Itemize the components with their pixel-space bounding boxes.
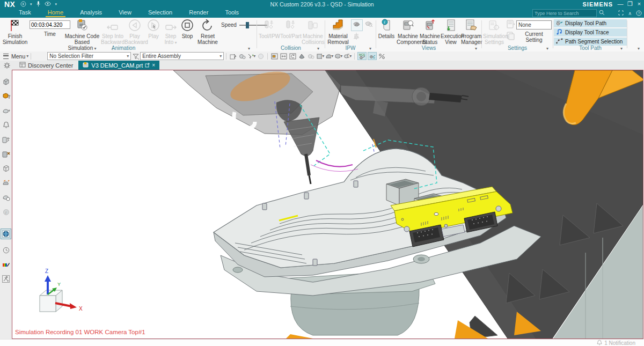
play-backward-button[interactable]: Play Backward [125, 19, 145, 45]
menu-analysis[interactable]: Analysis [72, 9, 109, 17]
filter-options-icon[interactable] [131, 53, 140, 60]
tab-part-active[interactable]: V3 DEMO_CAM.prt × [78, 61, 159, 70]
settings-copy-button[interactable] [507, 32, 515, 41]
selection-scope-combo[interactable]: Entire Assembly▾ [140, 52, 224, 60]
search-input[interactable] [533, 11, 599, 16]
info-icon[interactable]: i [2, 208, 10, 216]
alerts-bell-icon[interactable] [2, 121, 10, 129]
select-sphere-icon[interactable] [238, 53, 246, 60]
ipw-part-icon [353, 32, 360, 42]
machine-collisions-button[interactable]: Machine Collisions [302, 19, 324, 45]
visual-report-icon[interactable] [2, 193, 10, 202]
stop-button[interactable]: Stop [179, 19, 195, 39]
svg-text:?: ? [638, 11, 640, 15]
customize-tools-icon[interactable] [2, 275, 10, 283]
ipw-magnifier-icon [364, 20, 373, 29]
menu-tools[interactable]: Tools [217, 9, 246, 17]
ipw-compare-button[interactable] [363, 19, 374, 30]
material-removal-button[interactable]: Material Removal [326, 19, 350, 45]
program-manager-button[interactable]: Program Manager [461, 19, 481, 45]
menu-render[interactable]: Render [181, 9, 216, 17]
collision-group-caret[interactable]: ▾ [317, 46, 319, 51]
machine-components-button[interactable]: Machine Components [397, 19, 419, 45]
display-tool-path-toggle[interactable]: Display Tool Path [554, 19, 627, 27]
snap-point-icon[interactable] [229, 53, 237, 60]
menu-home[interactable]: Home [40, 9, 71, 17]
color-palette-icon[interactable] [2, 260, 10, 269]
path-segment-selection-toggle[interactable]: Path Segment Selection [554, 38, 627, 46]
reset-machine-button[interactable]: Reset Machine [195, 19, 220, 45]
ribbon-overflow-caret[interactable]: ▾ [638, 46, 640, 51]
step-into-button[interactable]: Step Into ▾ [162, 19, 179, 46]
details-button[interactable]: i Details [377, 19, 396, 39]
window-cascade-icon[interactable] [270, 53, 279, 60]
speed-slider-handle[interactable] [246, 22, 249, 28]
selection-filter-combo[interactable]: No Selection Filter▾ [47, 52, 131, 60]
menu-caret[interactable]: ▾ [26, 54, 28, 58]
menu-hamburger-icon[interactable] [3, 54, 9, 59]
checkered-flag-icon [10, 20, 20, 33]
view-orient-icon[interactable]: ▾ [316, 53, 324, 60]
menu-task[interactable]: Task [11, 9, 39, 17]
wireframe-view-icon[interactable] [307, 53, 315, 60]
simulation-settings-button[interactable]: Simulation Settings [483, 19, 506, 45]
notification-area[interactable]: 1 Notification [597, 340, 635, 346]
machine-status-button[interactable]: Machine Status [420, 19, 440, 45]
show-ipw-button[interactable] [351, 19, 363, 31]
point-dropdown-icon[interactable]: ▾ [247, 53, 255, 60]
show-hide-icon[interactable]: ▾ [343, 53, 352, 60]
3d-viewport[interactable]: Z X Y Simulation Recording 01 WORK Camer… [12, 70, 643, 339]
fit-view-icon[interactable] [280, 53, 288, 60]
views-group-caret[interactable]: ▾ [475, 46, 477, 51]
settings-list-button[interactable] [507, 20, 515, 30]
title-bar: NX ▾ ▾ NX Custom 2206 v3.3 - QSD - Simul… [0, 0, 644, 18]
minimize-ribbon-icon[interactable]: ∧ [628, 11, 632, 16]
restore-button[interactable]: ❐ [626, 0, 634, 8]
command-search[interactable] [532, 9, 597, 17]
refresh-view-icon[interactable] [289, 53, 297, 60]
settings-group-caret[interactable]: ▾ [546, 46, 548, 51]
display-mode-icon[interactable]: ▾ [334, 53, 342, 60]
help-icon[interactable]: ? [636, 10, 642, 17]
ipw-3d-button[interactable] [351, 32, 362, 42]
play-button[interactable]: Play [145, 19, 162, 39]
tab-options-gear-icon[interactable] [0, 61, 14, 70]
wcs-display-icon[interactable] [368, 52, 377, 60]
display-tool-trace-toggle[interactable]: Display Tool Trace [554, 28, 627, 36]
menu-dropdown[interactable]: Menu [11, 53, 25, 60]
percent-display-icon[interactable] [378, 53, 386, 60]
tab-detach-icon[interactable] [145, 62, 150, 69]
collision-pot-icon[interactable] [2, 179, 10, 187]
finish-simulation-button[interactable]: Finish Simulation [1, 19, 29, 45]
ipw-group-caret[interactable]: ▾ [369, 46, 371, 51]
axis-z-label: Z [45, 268, 48, 274]
render-style-icon[interactable]: ▾ [325, 53, 333, 60]
machine-tool-builder-icon[interactable] [2, 150, 10, 158]
minimize-button[interactable]: — [616, 0, 625, 8]
history-clock-icon[interactable] [2, 246, 10, 254]
ipw-eye-icon [353, 21, 361, 30]
web-browser-icon[interactable] [1, 229, 11, 239]
search-icon[interactable] [599, 10, 605, 17]
menu-selection[interactable]: Selection [141, 9, 180, 17]
menu-view[interactable]: View [111, 9, 139, 17]
execution-view-button[interactable]: Execution View [441, 19, 461, 45]
tool-part-button[interactable]: Tool/Part [280, 19, 302, 39]
machine-tool-navigator-icon[interactable] [2, 135, 10, 144]
tool-path-group-caret[interactable]: ▾ [620, 46, 623, 51]
tab-close-icon[interactable]: × [152, 62, 155, 68]
mcs-display-icon[interactable]: MCS [357, 52, 367, 60]
close-button[interactable]: × [635, 0, 643, 8]
shaded-view-icon[interactable] [298, 53, 306, 60]
assembly-navigator-icon[interactable] [2, 77, 10, 86]
highlight-sphere-icon[interactable] [257, 53, 265, 60]
fullscreen-icon[interactable] [618, 10, 624, 17]
part-navigator-icon[interactable] [2, 106, 10, 115]
animation-group-caret[interactable]: ▾ [248, 46, 250, 51]
tab-discovery-center[interactable]: Discovery Center [14, 61, 78, 70]
speed-label: Speed [221, 22, 237, 28]
ipw-navigator-icon[interactable] [2, 164, 10, 173]
current-setting-value[interactable]: None [516, 20, 552, 30]
tool-ipw-button[interactable]: Tool/IPW [259, 19, 280, 39]
constraint-navigator-icon[interactable] [2, 92, 10, 100]
